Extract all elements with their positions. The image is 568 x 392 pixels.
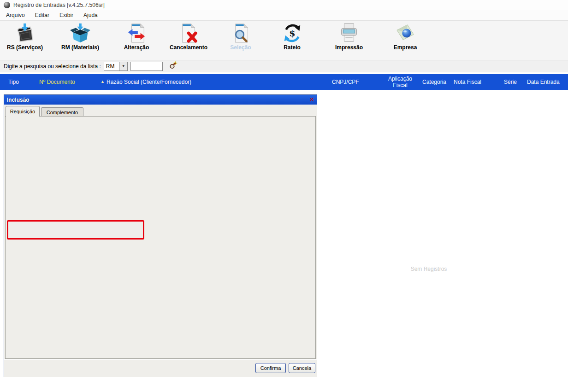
window-title: Registro de Entradas [v.4.25.7.506sr] <box>13 2 105 8</box>
column-num-documento[interactable]: Nº Documento <box>39 79 75 85</box>
column-razao-social[interactable]: Razão Social (Cliente/Fornecedor) <box>106 79 191 85</box>
tab-page-requisicao <box>5 116 316 359</box>
column-categoria[interactable]: Categoria <box>422 79 446 85</box>
confirma-button[interactable]: Confirma <box>255 363 286 373</box>
search-bar: Digite a pesquisa ou selecione da lista … <box>0 60 568 72</box>
svg-text:$: $ <box>289 28 295 39</box>
column-data-entrada[interactable]: Data Entrada <box>527 79 560 85</box>
document-search-icon <box>230 23 251 44</box>
grid-header: Tipo Nº Documento ▲ Razão Social (Client… <box>0 74 568 90</box>
toolbar-rm-materiais-button[interactable]: RM (Materiais) <box>49 21 112 51</box>
toolbar-rateio-button[interactable]: $ Rateio <box>266 21 319 51</box>
toolbar-alteracao-button[interactable]: Alteração <box>112 21 161 51</box>
menu-editar[interactable]: Editar <box>30 10 54 20</box>
toolbar: RS (Serviços) RM (Materiais) <box>0 21 568 60</box>
toolbar-rs-servicos-label: RS (Serviços) <box>7 44 43 51</box>
menu-ajuda[interactable]: Ajuda <box>78 10 103 20</box>
toolbar-rateio-label: Rateio <box>284 44 301 51</box>
tab-complemento[interactable]: Complemento <box>41 107 83 117</box>
folder-download-icon <box>14 23 36 44</box>
window-titlebar: Registro de Entradas [v.4.25.7.506sr] <box>0 0 568 10</box>
toolbar-empresa-button[interactable]: Empresa <box>379 21 431 51</box>
column-tipo[interactable]: Tipo <box>8 79 19 85</box>
column-nota-fiscal[interactable]: Nota Fiscal <box>454 79 481 85</box>
toolbar-cancelamento-label: Cancelamento <box>170 44 207 51</box>
search-label: Digite a pesquisa ou selecione da lista … <box>4 63 101 70</box>
sort-asc-icon: ▲ <box>101 79 105 84</box>
box-download-icon <box>70 23 91 44</box>
menubar: Arquivo Editar Exibir Ajuda <box>0 10 568 21</box>
toolbar-impressao-label: Impressão <box>335 44 363 51</box>
column-serie[interactable]: Série <box>504 79 517 85</box>
menu-exibir[interactable]: Exibir <box>54 10 78 20</box>
printer-icon <box>338 23 360 44</box>
dialog-title: Inclusão <box>7 97 30 103</box>
app-icon <box>4 2 10 8</box>
toolbar-empresa-label: Empresa <box>394 44 417 51</box>
toolbar-cancelamento-button[interactable]: Cancelamento <box>161 21 216 51</box>
column-cnpj-cpf[interactable]: CNPJ/CPF <box>332 79 359 85</box>
cancela-button[interactable]: Cancela <box>289 363 315 373</box>
search-type-value: RM <box>104 63 119 70</box>
search-input[interactable] <box>130 62 163 71</box>
search-go-icon[interactable] <box>169 61 178 71</box>
search-type-select[interactable]: RM ▼ <box>104 62 128 71</box>
toolbar-rm-materiais-label: RM (Materiais) <box>61 44 99 51</box>
inclusao-dialog: Inclusão ✕ Requisição Complemento * N.o … <box>4 94 317 377</box>
tab-requisicao[interactable]: Requisição <box>6 106 40 117</box>
toolbar-selecao-button: Seleção <box>216 21 266 51</box>
close-icon[interactable]: ✕ <box>309 96 314 103</box>
menu-arquivo[interactable]: Arquivo <box>1 10 30 20</box>
grid-empty-message: Sem Registros <box>401 266 456 272</box>
toolbar-rs-servicos-button[interactable]: RS (Serviços) <box>1 21 49 51</box>
toolbar-alteracao-label: Alteração <box>124 44 149 51</box>
company-icon <box>395 23 416 44</box>
dialog-titlebar[interactable]: Inclusão ✕ <box>4 95 317 105</box>
column-aplicacao-fiscal[interactable]: Aplicação Fiscal <box>383 76 418 88</box>
toolbar-impressao-button[interactable]: Impressão <box>319 21 379 51</box>
currency-cycle-icon: $ <box>282 23 303 44</box>
chevron-down-icon[interactable]: ▼ <box>119 62 127 70</box>
document-cancel-icon <box>178 23 199 44</box>
toolbar-selecao-label: Seleção <box>230 44 251 51</box>
document-arrows-icon <box>126 23 147 44</box>
